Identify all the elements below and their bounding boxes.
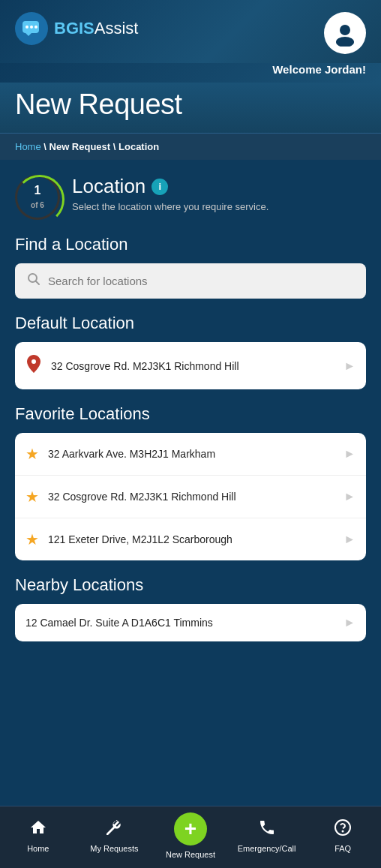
page-title-area: New Request xyxy=(0,83,381,133)
breadcrumb: Home \ New Request \ Location xyxy=(15,141,366,152)
faq-icon xyxy=(334,818,352,841)
default-location-card[interactable]: 32 Cosgrove Rd. M2J3K1 Richmond Hill ► xyxy=(15,342,366,389)
step-title-row: Location i xyxy=(72,175,366,198)
favorite-location-text: 32 Cosgrove Rd. M2J3K1 Richmond Hill xyxy=(48,491,334,503)
nav-home-label: Home xyxy=(27,844,49,853)
breadcrumb-new-request: New Request xyxy=(50,141,111,152)
welcome-text: Welcome Jordan! xyxy=(272,63,366,76)
nav-my-requests-label: My Requests xyxy=(90,844,138,853)
bottom-nav: Home My Requests + New Request Emergency… xyxy=(0,806,381,868)
svg-point-6 xyxy=(336,37,354,47)
svg-marker-1 xyxy=(26,33,32,36)
nav-emergency-label: Emergency/Call xyxy=(238,844,296,853)
main-content: 1of 6 Location i Select the location whe… xyxy=(0,160,381,806)
favorite-locations-title: Favorite Locations xyxy=(15,404,366,424)
svg-point-5 xyxy=(340,25,350,35)
search-box[interactable] xyxy=(15,263,366,299)
find-location-title: Find a Location xyxy=(15,235,366,254)
chevron-right-icon: ► xyxy=(344,616,356,629)
avatar[interactable] xyxy=(324,12,366,54)
header: BGISAssist xyxy=(0,0,381,63)
breadcrumb-home[interactable]: Home xyxy=(15,141,41,152)
new-request-icon-wrap: + xyxy=(174,812,207,845)
favorite-location-text: 32 Aarkvark Ave. M3H2J1 Markham xyxy=(48,448,334,460)
svg-point-3 xyxy=(30,26,33,29)
default-location-text: 32 Cosgrove Rd. M2J3K1 Richmond Hill xyxy=(51,360,334,372)
svg-point-4 xyxy=(34,26,38,29)
step-info: Location i Select the location where you… xyxy=(72,175,366,212)
chevron-right-icon: ► xyxy=(344,359,356,373)
info-icon[interactable]: i xyxy=(152,179,168,195)
star-icon: ★ xyxy=(26,530,39,548)
page-title: New Request xyxy=(15,89,366,121)
default-location-title: Default Location xyxy=(15,314,366,333)
welcome-area: Welcome Jordan! xyxy=(0,63,381,83)
svg-line-8 xyxy=(36,281,40,285)
star-icon: ★ xyxy=(26,488,39,506)
step-number: 1of 6 xyxy=(31,184,44,210)
wrench-icon xyxy=(105,818,123,841)
chevron-right-icon: ► xyxy=(344,490,356,503)
step-title: Location xyxy=(72,175,146,198)
nearby-location-card[interactable]: 12 Camael Dr. Suite A D1A6C1 Timmins ► xyxy=(15,604,366,641)
plus-icon: + xyxy=(184,818,196,839)
logo-area: BGISAssist xyxy=(15,12,138,45)
search-input[interactable] xyxy=(48,275,354,287)
nav-my-requests[interactable]: My Requests xyxy=(76,818,153,853)
map-pin-icon xyxy=(26,354,42,377)
list-item[interactable]: ★ 121 Exeter Drive, M2J1L2 Scarborough ► xyxy=(15,518,366,560)
list-item[interactable]: ★ 32 Aarkvark Ave. M3H2J1 Markham ► xyxy=(15,433,366,476)
nav-home[interactable]: Home xyxy=(0,818,76,853)
breadcrumb-area: Home \ New Request \ Location xyxy=(0,133,381,160)
star-icon: ★ xyxy=(26,445,39,463)
home-icon xyxy=(29,818,47,841)
logo-text: BGISAssist xyxy=(54,19,138,38)
breadcrumb-location: Location xyxy=(118,141,159,152)
step-section: 1of 6 Location i Select the location whe… xyxy=(15,175,366,220)
nav-faq[interactable]: FAQ xyxy=(304,818,381,853)
chevron-right-icon: ► xyxy=(344,447,356,461)
chevron-right-icon: ► xyxy=(344,533,356,546)
nav-new-request-label: New Request xyxy=(166,850,215,859)
nav-new-request[interactable]: + New Request xyxy=(152,812,229,859)
nav-faq-label: FAQ xyxy=(334,844,351,853)
logo-icon xyxy=(15,12,48,45)
phone-icon xyxy=(258,818,276,841)
list-item[interactable]: ★ 32 Cosgrove Rd. M2J3K1 Richmond Hill ► xyxy=(15,476,366,518)
breadcrumb-sep2: \ xyxy=(110,141,118,152)
nav-emergency[interactable]: Emergency/Call xyxy=(229,818,305,853)
favorite-locations-list: ★ 32 Aarkvark Ave. M3H2J1 Markham ► ★ 32… xyxy=(15,433,366,560)
nearby-location-text: 12 Camael Dr. Suite A D1A6C1 Timmins xyxy=(26,617,334,629)
breadcrumb-sep1: \ xyxy=(41,141,50,152)
step-circle: 1of 6 xyxy=(15,175,60,220)
favorite-location-text: 121 Exeter Drive, M2J1L2 Scarborough xyxy=(48,533,334,545)
step-description: Select the location where you require se… xyxy=(72,201,366,212)
svg-point-2 xyxy=(26,26,28,29)
svg-point-9 xyxy=(32,359,36,364)
search-icon xyxy=(27,272,40,290)
nearby-locations-title: Nearby Locations xyxy=(15,575,366,595)
